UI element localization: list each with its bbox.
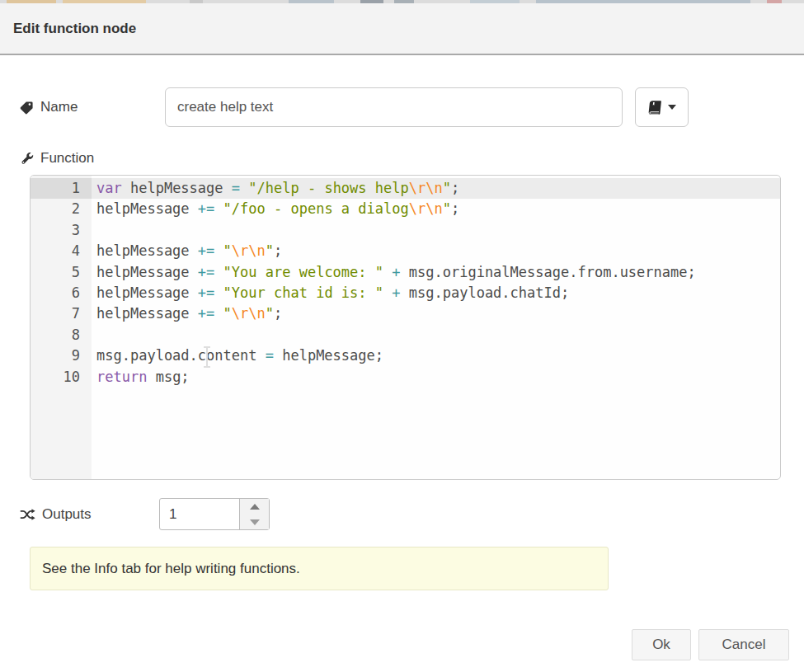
code-token: "	[223, 305, 232, 322]
info-tip: See the Info tab for help writing functi…	[30, 547, 609, 590]
code-token: +	[392, 264, 400, 280]
gutter-line-number: 4	[31, 241, 92, 261]
code-line[interactable]: helpMessage += "/foo - opens a dialog\r\…	[92, 199, 780, 219]
spinner-up-button[interactable]	[240, 499, 269, 514]
code-line[interactable]: helpMessage += "\r\n";	[92, 303, 780, 324]
name-label: Name	[20, 97, 78, 117]
ok-button[interactable]: Ok	[632, 629, 691, 660]
code-token	[214, 200, 223, 217]
code-token: helpMessage	[96, 264, 198, 280]
code-token: helpMessage	[122, 180, 232, 196]
code-token: helpMessage	[96, 284, 198, 301]
code-token: +=	[198, 200, 214, 217]
library-button[interactable]	[635, 87, 689, 127]
code-token: \r\n	[232, 242, 266, 259]
triangle-down-icon	[250, 519, 260, 525]
code-token: +=	[198, 284, 214, 301]
code-token: helpMessage	[96, 242, 198, 259]
code-token: "	[223, 242, 232, 259]
cancel-button[interactable]: Cancel	[698, 629, 789, 660]
code-token: var	[96, 180, 122, 196]
code-token: "	[443, 180, 451, 196]
code-token: helpMessage	[96, 200, 198, 217]
code-token	[214, 264, 223, 280]
code-token: +=	[198, 264, 214, 280]
triangle-up-icon	[250, 504, 260, 510]
code-token: "/foo - opens a dialog	[223, 200, 409, 217]
code-token: \r\n	[409, 180, 443, 196]
code-token: ;	[451, 180, 459, 196]
gutter-line-number: 8	[31, 325, 92, 345]
code-token: return	[96, 369, 147, 385]
gutter-line-number: 6	[31, 283, 92, 303]
outputs-input[interactable]	[160, 499, 239, 529]
code-token: "/help - shows help	[248, 180, 408, 196]
dialog-title: Edit function node	[13, 3, 136, 54]
code-token: ;	[451, 200, 459, 217]
book-icon	[646, 100, 663, 115]
code-line[interactable]	[92, 325, 780, 345]
code-token: "Your chat id is: "	[223, 284, 383, 301]
code-line[interactable]: helpMessage += "Your chat id is: " + msg…	[92, 283, 780, 303]
function-code-editor[interactable]: 12345678910 var helpMessage = "/help - s…	[30, 175, 781, 480]
code-token: +=	[198, 242, 214, 259]
outputs-spinner	[159, 498, 270, 530]
dialog-header: Edit function node	[0, 3, 804, 55]
code-token	[240, 180, 248, 196]
editor-gutter: 12345678910	[31, 176, 92, 479]
name-input[interactable]	[165, 87, 623, 127]
outputs-label-text: Outputs	[42, 506, 92, 523]
code-line[interactable]: msg.payload.content = helpMessage;	[92, 345, 780, 366]
tag-icon	[20, 101, 34, 115]
outputs-label: Outputs	[20, 505, 92, 524]
code-line[interactable]: helpMessage += "\r\n";	[92, 241, 780, 261]
code-token: =	[266, 347, 274, 364]
code-line[interactable]	[92, 220, 780, 241]
edit-function-dialog: Edit function node Name Function 1234567…	[0, 0, 804, 672]
chevron-down-icon	[668, 105, 676, 110]
code-token: "You are welcome: "	[223, 264, 383, 280]
code-token	[383, 264, 392, 280]
code-token: +=	[198, 305, 214, 322]
code-token	[214, 242, 223, 259]
code-line[interactable]: var helpMessage = "/help - shows help\r\…	[92, 178, 780, 199]
code-token: \r\n	[232, 305, 266, 322]
editor-code-area[interactable]: var helpMessage = "/help - shows help\r\…	[92, 176, 780, 479]
gutter-line-number: 10	[31, 367, 92, 388]
name-label-text: Name	[40, 99, 78, 115]
code-token: +	[392, 284, 400, 301]
code-token: msg.payload.content	[96, 347, 266, 364]
code-token: helpMessage;	[274, 347, 383, 364]
code-token: "	[266, 305, 274, 322]
code-line[interactable]: helpMessage += "You are welcome: " + msg…	[92, 262, 780, 283]
spinner-down-button[interactable]	[240, 515, 269, 529]
shuffle-icon	[20, 508, 35, 521]
gutter-line-number: 1	[31, 178, 92, 199]
code-line[interactable]: return msg;	[92, 367, 780, 388]
code-token: \r\n	[409, 200, 443, 217]
code-token	[214, 284, 223, 301]
code-token: msg;	[147, 369, 189, 385]
gutter-line-number: 2	[31, 199, 92, 219]
code-token: "	[266, 242, 274, 259]
gutter-line-number: 5	[31, 262, 92, 283]
code-token: msg.payload.chatId;	[401, 284, 570, 301]
function-label-text: Function	[40, 150, 94, 167]
wrench-icon	[20, 152, 34, 166]
code-token	[383, 284, 392, 301]
code-token: ;	[274, 305, 282, 322]
function-label: Function	[20, 148, 94, 168]
gutter-line-number: 3	[31, 220, 92, 241]
gutter-line-number: 9	[31, 345, 92, 366]
code-token: helpMessage	[96, 305, 198, 322]
code-token: "	[443, 200, 451, 217]
code-token	[214, 305, 223, 322]
spinner-buttons	[239, 499, 269, 529]
code-token: =	[232, 180, 240, 196]
code-token: msg.originalMessage.from.username;	[401, 264, 696, 280]
gutter-line-number: 7	[31, 303, 92, 324]
code-token: ;	[274, 242, 282, 259]
